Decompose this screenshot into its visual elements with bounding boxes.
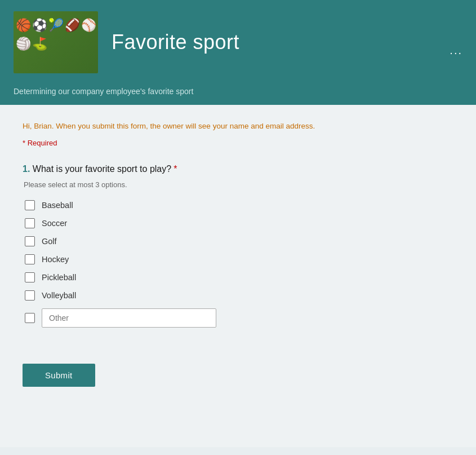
checkbox-soccer[interactable] bbox=[25, 218, 35, 228]
form-subtitle: Determining our company employee's favor… bbox=[14, 87, 462, 96]
question-hint: Please select at most 3 options. bbox=[24, 180, 453, 189]
checkbox-golf[interactable] bbox=[25, 236, 35, 246]
option-other-wrapper bbox=[25, 308, 453, 328]
form-header: Favorite sport ··· Determining our compa… bbox=[0, 0, 476, 105]
option-pickleball[interactable]: Pickleball bbox=[25, 272, 453, 282]
option-golf-label: Golf bbox=[42, 237, 57, 246]
option-hockey-label: Hockey bbox=[42, 255, 69, 264]
form-title: Favorite sport bbox=[112, 30, 239, 54]
question-1: 1. What is your favorite sport to play?*… bbox=[23, 163, 453, 327]
other-text-input[interactable] bbox=[42, 308, 216, 328]
question-title: 1. What is your favorite sport to play?* bbox=[23, 163, 453, 175]
info-message: Hi, Brian. When you submit this form, th… bbox=[23, 121, 453, 132]
question-number: 1. bbox=[23, 164, 30, 174]
submit-button[interactable]: Submit bbox=[23, 364, 95, 387]
form-body: Hi, Brian. When you submit this form, th… bbox=[0, 105, 476, 447]
checkbox-pickleball[interactable] bbox=[25, 272, 35, 282]
header-image bbox=[14, 11, 98, 73]
option-baseball[interactable]: Baseball bbox=[25, 200, 453, 210]
option-hockey[interactable]: Hockey bbox=[25, 254, 453, 264]
checkbox-volleyball[interactable] bbox=[25, 290, 35, 301]
checkbox-hockey[interactable] bbox=[25, 254, 35, 264]
option-pickleball-label: Pickleball bbox=[42, 273, 76, 282]
option-soccer-label: Soccer bbox=[42, 219, 67, 228]
option-volleyball[interactable]: Volleyball bbox=[25, 290, 453, 301]
required-star: * bbox=[174, 164, 177, 174]
more-options-button[interactable]: ··· bbox=[445, 42, 467, 64]
options-list: Baseball Soccer Golf Hockey Pickleball bbox=[25, 200, 453, 328]
option-baseball-label: Baseball bbox=[42, 201, 73, 210]
option-soccer[interactable]: Soccer bbox=[25, 218, 453, 228]
checkbox-other[interactable] bbox=[25, 313, 35, 323]
required-note: * Required bbox=[23, 139, 453, 147]
option-golf[interactable]: Golf bbox=[25, 236, 453, 246]
checkbox-baseball[interactable] bbox=[25, 200, 35, 210]
option-volleyball-label: Volleyball bbox=[42, 291, 76, 300]
question-text-label: What is your favorite sport to play? bbox=[33, 164, 171, 174]
